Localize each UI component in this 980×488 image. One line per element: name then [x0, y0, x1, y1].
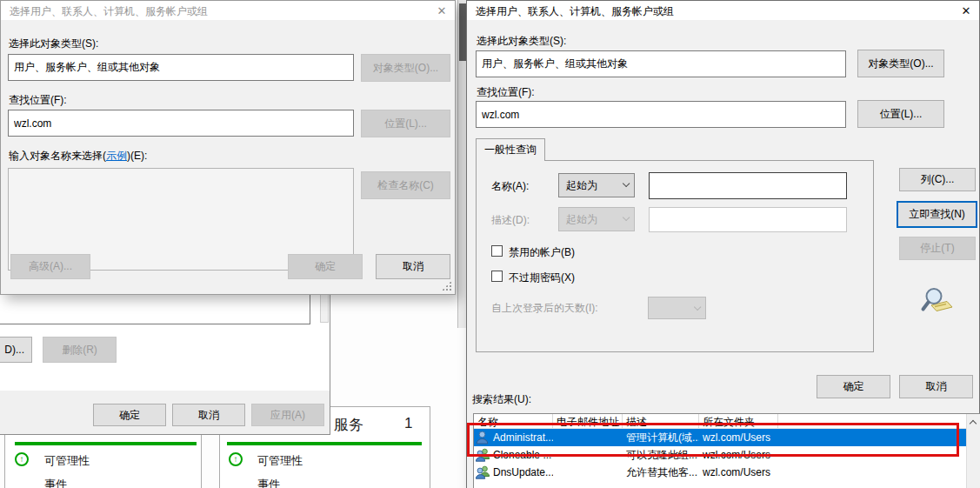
close-icon[interactable]: ✕: [953, 1, 979, 20]
object-names-label: 输入对象名称来选择(示例)(E):: [9, 149, 147, 164]
location-field[interactable]: [476, 101, 846, 128]
annotation-highlight-box: [467, 423, 959, 457]
locations-button[interactable]: 位置(L)...: [361, 110, 450, 137]
name-match-select[interactable]: 起始为: [558, 173, 635, 197]
group-icon: [476, 465, 490, 479]
advanced-button[interactable]: 高级(A)...: [10, 254, 90, 279]
name-query-input[interactable]: [649, 172, 847, 199]
name-match-value: 起始为: [566, 178, 597, 193]
table-cell: wzl.com/Users: [699, 466, 778, 478]
tile-services-count: 1: [404, 415, 412, 432]
location-label: 查找位置(F):: [477, 85, 535, 100]
ok-button[interactable]: 确定: [817, 375, 890, 398]
location-label: 查找位置(F):: [9, 93, 67, 108]
table-cell: 允许替其他客...: [623, 465, 699, 480]
cancel-button[interactable]: 取消: [172, 404, 245, 426]
examples-link[interactable]: 示例: [106, 150, 127, 162]
location-field[interactable]: [8, 110, 354, 137]
disabled-accounts-checkbox[interactable]: [491, 245, 503, 257]
scroll-up-icon[interactable]: [970, 420, 977, 427]
object-type-field[interactable]: [8, 54, 354, 81]
properties-dialog: D)... 删除(R) 确定 取消 应用(A): [0, 292, 330, 435]
select-objects-dialog-advanced: 选择用户、联系人、计算机、服务帐户或组 ✕ 选择此对象类型(S): 对象类型(O…: [466, 0, 980, 488]
up-arrow-icon: ↑: [15, 452, 29, 466]
cancel-button[interactable]: 取消: [899, 375, 973, 398]
find-now-button[interactable]: 立即查找(N): [897, 201, 977, 228]
object-type-field[interactable]: [476, 50, 846, 77]
tile-status-bar: [227, 442, 422, 445]
description-query-input: [649, 207, 847, 232]
object-types-button[interactable]: 对象类型(O)...: [361, 54, 450, 82]
dialog-title: 选择用户、联系人、计算机、服务帐户或组: [476, 4, 674, 19]
tile-row-events[interactable]: 事件: [257, 477, 280, 488]
dialog-title: 选择用户、联系人、计算机、服务帐户或组: [10, 4, 208, 19]
non-expiring-password-checkbox[interactable]: [491, 271, 503, 282]
chevron-down-icon: [623, 180, 630, 187]
object-type-label: 选择此对象类型(S):: [9, 37, 98, 51]
tile-services-title: 服务: [334, 415, 363, 435]
select-objects-dialog-basic: 选择用户、联系人、计算机、服务帐户或组 ✕ 选择此对象类型(S): 对象类型(O…: [0, 0, 456, 295]
name-label: 名称(A):: [491, 179, 529, 194]
description-match-value: 起始为: [566, 212, 597, 227]
cancel-button[interactable]: 取消: [376, 254, 450, 279]
days-since-logon-label: 自上次登录后的天数(I):: [491, 301, 598, 316]
non-expiring-password-label[interactable]: 不过期密码(X): [509, 271, 575, 285]
remove-button[interactable]: 删除(R): [43, 337, 117, 363]
chevron-down-icon: [694, 303, 701, 310]
titlebar[interactable]: 选择用户、联系人、计算机、服务帐户或组 ✕: [467, 1, 979, 20]
tile-row-events[interactable]: 事件: [44, 477, 67, 488]
disabled-accounts-label[interactable]: 禁用的帐户(B): [509, 245, 575, 260]
resize-grip[interactable]: [442, 281, 451, 291]
common-queries-panel: 名称(A): 起始为 描述(D): 起始为 禁用的帐户(B) 不过期密码(X) …: [476, 160, 874, 352]
description-match-select: 起始为: [558, 207, 635, 231]
tile-row-manageability[interactable]: 可管理性: [257, 453, 303, 469]
close-icon[interactable]: ✕: [429, 1, 455, 20]
days-since-logon-select: [648, 297, 706, 319]
table-row[interactable]: DnsUpdate...允许替其他客...wzl.com/Users: [474, 464, 980, 481]
stop-button[interactable]: 停止(T): [899, 237, 976, 260]
up-arrow-icon: ↑: [229, 452, 243, 466]
results-scrollbar[interactable]: [966, 414, 980, 488]
object-type-label: 选择此对象类型(S):: [477, 34, 566, 49]
object-names-label-prefix: 输入对象名称来选择(: [9, 150, 106, 162]
apply-button[interactable]: 应用(A): [251, 404, 324, 426]
chevron-down-icon: [623, 214, 630, 221]
check-names-button[interactable]: 检查名称(C): [361, 171, 450, 199]
ok-button[interactable]: 确定: [93, 404, 166, 426]
object-types-button[interactable]: 对象类型(O)...: [857, 50, 944, 77]
tile-status-bar: [15, 442, 197, 445]
search-results-label: 搜索结果(U):: [472, 392, 531, 407]
find-icon: [920, 286, 953, 316]
object-names-label-suffix: )(E):: [127, 150, 147, 162]
ok-button[interactable]: 确定: [288, 254, 363, 279]
titlebar[interactable]: 选择用户、联系人、计算机、服务帐户或组 ✕: [1, 1, 455, 20]
tab-common-queries[interactable]: 一般性查询: [476, 138, 545, 161]
add-button[interactable]: D)...: [0, 337, 32, 363]
locations-button[interactable]: 位置(L)...: [857, 100, 944, 128]
columns-button[interactable]: 列(C)...: [899, 168, 976, 191]
table-cell: DnsUpdate...: [490, 466, 553, 478]
description-label: 描述(D):: [491, 213, 530, 228]
tile-row-manageability[interactable]: 可管理性: [44, 453, 90, 469]
